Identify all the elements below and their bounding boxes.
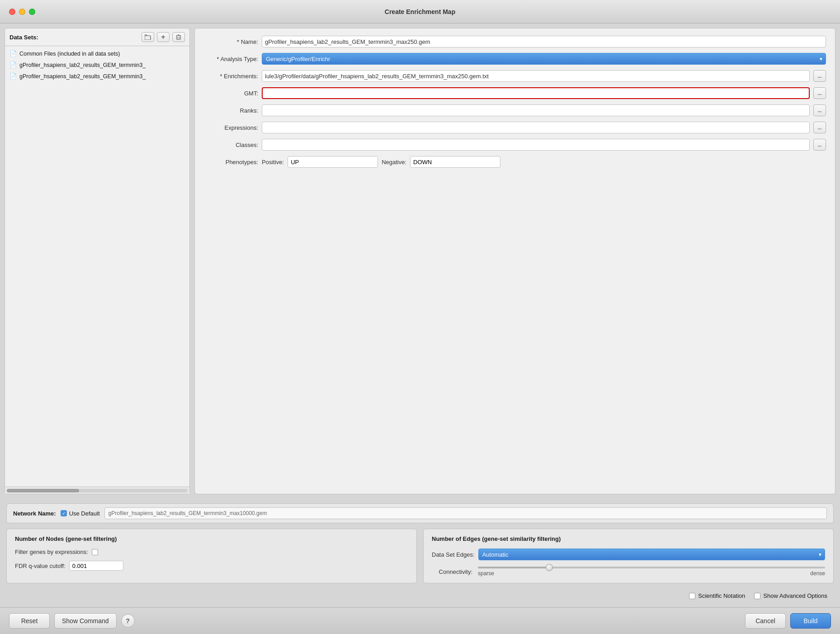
- classes-browse-button[interactable]: ...: [813, 139, 826, 151]
- classes-row: Classes: ...: [204, 139, 826, 151]
- dataset-item-name: gProfiler_hsapiens_lab2_results_GEM_term…: [19, 73, 146, 80]
- open-folder-button[interactable]: [142, 32, 154, 42]
- network-name-row: Network Name: ✓ Use Default: [6, 503, 834, 523]
- gmt-row: GMT: ...: [204, 87, 826, 99]
- expressions-row: Expressions: ...: [204, 122, 826, 133]
- connectivity-label: Connectivity:: [432, 568, 472, 575]
- horizontal-scrollbar[interactable]: [5, 487, 189, 494]
- scientific-notation-checkbox[interactable]: [689, 593, 695, 599]
- network-name-label: Network Name:: [13, 510, 56, 517]
- nodes-panel: Number of Nodes (gene-set filtering) Fil…: [6, 529, 417, 583]
- dataset-item-name: gProfiler_hsapiens_lab2_results_GEM_term…: [19, 62, 146, 68]
- filter-panels: Number of Nodes (gene-set filtering) Fil…: [6, 529, 834, 583]
- fdr-row: FDR q-value cutoff:: [15, 561, 408, 571]
- scrollbar-thumb[interactable]: [7, 489, 79, 492]
- window-controls: [9, 9, 35, 15]
- scientific-notation-label[interactable]: Scientific Notation: [689, 592, 745, 599]
- expressions-input[interactable]: [262, 122, 810, 133]
- enrichments-row: * Enrichments: ...: [204, 70, 826, 82]
- dataset-edges-select[interactable]: Automatic: [478, 549, 825, 560]
- dataset-edges-row: Data Set Edges: Automatic ▼: [432, 549, 825, 560]
- bottom-area: Network Name: ✓ Use Default Number of No…: [0, 499, 840, 607]
- datasets-list: 📄 Common Files (included in all data set…: [5, 46, 189, 487]
- ranks-input[interactable]: [262, 104, 810, 116]
- filter-genes-checkbox[interactable]: [92, 549, 98, 555]
- use-default-checkbox-label[interactable]: ✓ Use Default: [61, 510, 100, 517]
- negative-input[interactable]: [410, 156, 500, 168]
- svg-rect-0: [145, 36, 151, 40]
- list-item[interactable]: 📄 Common Files (included in all data set…: [5, 48, 189, 59]
- footer-right: Cancel Build: [745, 613, 831, 629]
- connectivity-row: Connectivity: sparse dense: [432, 567, 825, 577]
- dataset-edges-label: Data Set Edges:: [432, 551, 475, 558]
- minimize-button[interactable]: [19, 9, 25, 15]
- filter-genes-label: Filter genes by expressions:: [15, 549, 88, 555]
- form-panel: * Name: * Analysis Type: Generic/gProfil…: [194, 28, 835, 494]
- window-title: Create Enrichment Map: [385, 8, 455, 15]
- file-icon: 📄: [9, 73, 17, 80]
- ranks-row: Ranks: ...: [204, 104, 826, 116]
- phenotypes-row: Phenotypes: Positive: Negative:: [204, 156, 826, 168]
- edges-panel-title: Number of Edges (gene-set similarity fil…: [432, 535, 825, 542]
- footer: Reset Show Command ? Cancel Build: [0, 607, 840, 634]
- fdr-input[interactable]: [69, 561, 123, 571]
- connectivity-slider-wrapper: sparse dense: [478, 567, 825, 577]
- use-default-label: Use Default: [69, 510, 100, 517]
- analysis-type-select[interactable]: Generic/gProfiler/Enrichr: [262, 53, 826, 65]
- classes-label: Classes:: [204, 142, 258, 148]
- sparse-label: sparse: [478, 570, 494, 577]
- filter-genes-row: Filter genes by expressions:: [15, 549, 408, 555]
- dataset-item-name: Common Files (included in all data sets): [19, 51, 120, 57]
- title-bar: Create Enrichment Map: [0, 0, 840, 24]
- enrichments-label: * Enrichments:: [204, 73, 258, 80]
- list-item[interactable]: 📄 gProfiler_hsapiens_lab2_results_GEM_te…: [5, 59, 189, 71]
- enrichments-browse-button[interactable]: ...: [813, 70, 826, 82]
- maximize-button[interactable]: [29, 9, 35, 15]
- show-command-button[interactable]: Show Command: [54, 613, 117, 629]
- datasets-header: Data Sets: +: [5, 28, 189, 46]
- gmt-input[interactable]: [262, 87, 810, 99]
- positive-input[interactable]: [288, 156, 378, 168]
- connectivity-slider[interactable]: [478, 567, 825, 568]
- file-icon: 📄: [9, 50, 17, 57]
- datasets-panel: Data Sets: + 📄 Comm: [5, 28, 190, 494]
- footer-left: Reset Show Command ?: [9, 613, 135, 629]
- ranks-browse-button[interactable]: ...: [813, 104, 826, 116]
- phenotypes-label: Phenotypes:: [204, 159, 258, 166]
- show-advanced-options-text: Show Advanced Options: [763, 592, 827, 599]
- slider-labels: sparse dense: [478, 570, 825, 577]
- name-input[interactable]: [262, 36, 826, 47]
- list-item[interactable]: 📄 gProfiler_hsapiens_lab2_results_GEM_te…: [5, 71, 189, 82]
- name-label: * Name:: [204, 38, 258, 45]
- datasets-label: Data Sets:: [9, 34, 139, 41]
- fdr-label: FDR q-value cutoff:: [15, 563, 66, 569]
- gmt-label: GMT:: [204, 90, 258, 97]
- scientific-notation-text: Scientific Notation: [698, 592, 745, 599]
- enrichments-input[interactable]: [262, 70, 810, 82]
- help-button[interactable]: ?: [121, 614, 135, 628]
- name-row: * Name:: [204, 36, 826, 47]
- expressions-browse-button[interactable]: ...: [813, 122, 826, 133]
- build-button[interactable]: Build: [790, 613, 831, 629]
- network-name-input[interactable]: [104, 507, 827, 519]
- classes-input[interactable]: [262, 139, 810, 151]
- options-row: Scientific Notation Show Advanced Option…: [6, 589, 834, 603]
- gmt-browse-button[interactable]: ...: [813, 87, 826, 99]
- dataset-edges-select-wrapper: Automatic ▼: [478, 549, 825, 560]
- analysis-type-label: * Analysis Type:: [204, 56, 258, 62]
- ranks-label: Ranks:: [204, 107, 258, 114]
- file-icon: 📄: [9, 62, 17, 68]
- use-default-checkbox[interactable]: ✓: [61, 510, 67, 516]
- show-advanced-options-checkbox[interactable]: [754, 593, 760, 599]
- edges-panel: Number of Edges (gene-set similarity fil…: [423, 529, 834, 583]
- main-content: Data Sets: + 📄 Comm: [0, 24, 840, 499]
- show-advanced-options-label[interactable]: Show Advanced Options: [754, 592, 827, 599]
- expressions-label: Expressions:: [204, 124, 258, 131]
- close-button[interactable]: [9, 9, 15, 15]
- cancel-button[interactable]: Cancel: [745, 613, 786, 629]
- remove-dataset-button[interactable]: [172, 32, 185, 42]
- reset-button[interactable]: Reset: [9, 613, 50, 629]
- dense-label: dense: [810, 570, 825, 577]
- positive-label: Positive:: [262, 159, 284, 166]
- add-dataset-button[interactable]: +: [157, 32, 170, 42]
